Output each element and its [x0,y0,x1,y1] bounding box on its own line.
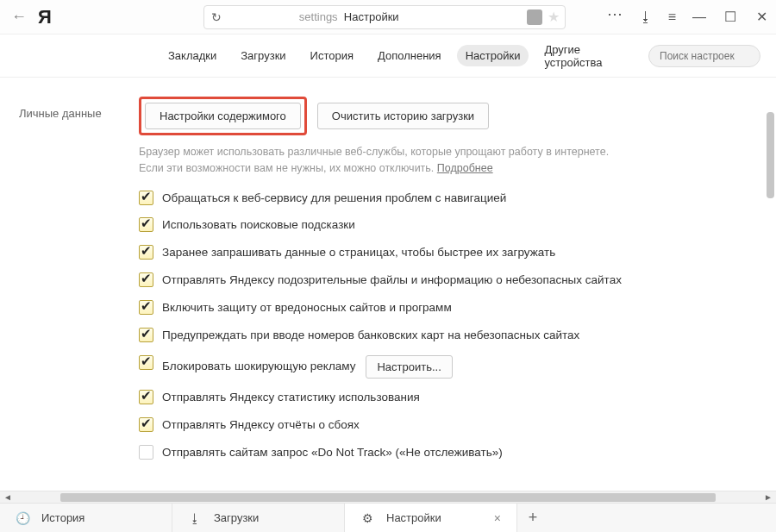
address-prefix: settings [299,10,338,23]
more-icon[interactable]: ⋯ [607,4,623,23]
gear-icon: ⚙ [360,511,374,525]
option-row[interactable]: Отправлять Яндексу отчёты о сбоях [139,417,750,434]
option-row[interactable]: Включить защиту от вредоносных сайтов и … [139,300,750,316]
checkbox-icon[interactable] [139,300,153,315]
scroll-left-icon[interactable]: ◄ [0,491,16,504]
address-bar[interactable]: ↻ settings Настройки ★ [203,5,566,29]
checkbox-icon[interactable] [139,217,153,232]
checkbox-icon[interactable] [139,390,153,404]
nav-other-devices[interactable]: Другие устройства [535,39,641,73]
option-row[interactable]: Отправлять Яндексу подозрительные файлы … [139,272,750,289]
downloads-icon[interactable]: ⭳ [639,9,653,25]
address-title: Настройки [344,10,399,23]
search-settings-input[interactable] [648,45,760,67]
option-label: Заранее запрашивать данные о страницах, … [162,245,555,261]
yandex-logo[interactable]: Я [38,6,52,28]
main-content: Личные данные Настройки содержимого Очис… [0,78,776,491]
configure-ads-button[interactable]: Настроить... [366,355,452,379]
checkbox-icon[interactable] [139,445,153,460]
protect-icon[interactable] [527,9,542,25]
back-button[interactable]: ← [7,5,31,29]
option-row[interactable]: Предупреждать при вводе номеров банковск… [139,328,750,344]
option-label: Отправлять сайтам запрос «Do Not Track» … [162,445,503,461]
checkbox-icon[interactable] [139,245,153,260]
clear-history-button[interactable]: Очистить историю загрузки [317,103,489,129]
tab-history[interactable]: 🕘 История [0,504,172,532]
checkbox-icon[interactable] [139,355,153,370]
option-row[interactable]: Обращаться к веб-сервису для решения про… [139,191,750,207]
address-text: settings Настройки [299,10,399,23]
close-button[interactable]: ✕ [754,9,769,25]
bookmark-star-icon[interactable]: ★ [548,9,560,25]
nav-downloads[interactable]: Загрузки [232,45,294,66]
content-settings-highlight: Настройки содержимого [139,97,307,135]
titlebar: ← Я ↻ settings Настройки ★ ⋯ ⭳ ≡ — ☐ ✕ [0,0,776,34]
option-row[interactable]: Заранее запрашивать данные о страницах, … [139,245,750,261]
tab-label: История [41,511,84,524]
maximize-button[interactable]: ☐ [723,9,738,25]
web-services-hint: Браузер может использовать различные веб… [139,144,750,177]
option-label: Включить защиту от вредоносных сайтов и … [162,300,452,316]
history-icon: 🕘 [16,511,29,525]
checkbox-icon[interactable] [139,328,153,342]
checkbox-icon[interactable] [139,191,153,205]
nav-addons[interactable]: Дополнения [369,45,450,66]
nav-bookmarks[interactable]: Закладки [160,45,225,66]
option-label: Предупреждать при вводе номеров банковск… [162,328,579,344]
tab-label: Загрузки [214,511,259,524]
minimize-button[interactable]: — [692,9,707,25]
option-label: Отправлять Яндексу отчёты о сбоях [162,417,360,434]
horizontal-scrollbar[interactable]: ◄ ► [0,491,776,503]
section-title: Личные данные [0,78,134,491]
scroll-thumb[interactable] [60,493,716,502]
tab-settings[interactable]: ⚙ Настройки × [345,504,517,532]
reload-icon[interactable]: ↻ [211,10,222,24]
close-tab-icon[interactable]: × [494,511,501,525]
menu-icon[interactable]: ≡ [668,9,676,25]
option-row[interactable]: Блокировать шокирующую рекламу Настроить… [139,355,750,379]
tab-bar: 🕘 История ⭳ Загрузки ⚙ Настройки × + [0,503,776,532]
options-list: Обращаться к веб-сервису для решения про… [139,191,750,461]
option-label: Использовать поисковые подсказки [162,217,355,234]
nav-history[interactable]: История [302,45,362,66]
download-icon: ⭳ [188,511,202,525]
option-label: Отправлять Яндексу статистику использова… [162,390,420,406]
option-row[interactable]: Отправлять Яндексу статистику использова… [139,390,750,406]
option-row[interactable]: Использовать поисковые подсказки [139,217,750,234]
content-settings-button[interactable]: Настройки содержимого [145,103,301,129]
hint-line1: Браузер может использовать различные веб… [139,146,609,158]
tab-label: Настройки [386,511,441,524]
hint-line2: Если эти возможности вам не нужны, их мо… [139,162,434,174]
new-tab-button[interactable]: + [517,504,548,532]
option-label: Блокировать шокирующую рекламу [162,359,355,375]
settings-nav: Закладки Загрузки История Дополнения Нас… [0,34,776,78]
checkbox-icon[interactable] [139,417,153,432]
tab-downloads[interactable]: ⭳ Загрузки [172,504,345,532]
option-row[interactable]: Отправлять сайтам запрос «Do Not Track» … [139,445,750,461]
vertical-scrollbar[interactable] [767,112,774,198]
nav-settings[interactable]: Настройки [457,45,529,66]
checkbox-icon[interactable] [139,272,153,287]
learn-more-link[interactable]: Подробнее [437,162,493,174]
option-label: Отправлять Яндексу подозрительные файлы … [162,272,622,289]
scroll-right-icon[interactable]: ► [760,491,776,504]
option-label: Обращаться к веб-сервису для решения про… [162,191,506,207]
